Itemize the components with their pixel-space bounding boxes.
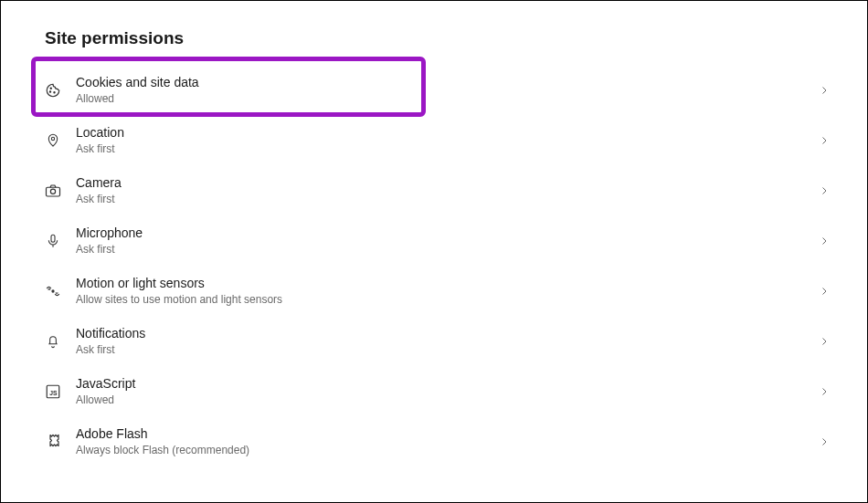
chevron-right-icon <box>818 235 831 247</box>
permission-status: Allowed <box>76 92 818 105</box>
permission-status: Ask first <box>76 243 818 256</box>
javascript-icon: JS <box>45 383 61 400</box>
permissions-list: Cookies and site data Allowed Location A… <box>1 65 867 466</box>
svg-point-5 <box>50 189 55 194</box>
cookie-icon <box>45 82 61 99</box>
chevron-right-icon <box>818 385 831 398</box>
chevron-right-icon <box>818 335 831 348</box>
permission-status: Allow sites to use motion and light sens… <box>76 293 818 306</box>
permission-label: Notifications <box>76 326 818 341</box>
bell-icon <box>45 333 61 350</box>
flash-icon <box>45 434 61 450</box>
svg-point-3 <box>51 137 54 140</box>
page-title: Site permissions <box>45 28 867 48</box>
svg-point-1 <box>49 90 50 91</box>
permission-status: Allowed <box>76 393 818 406</box>
chevron-right-icon <box>818 285 831 298</box>
permission-status: Ask first <box>76 343 818 356</box>
permission-status: Ask first <box>76 193 818 205</box>
svg-point-0 <box>50 88 51 89</box>
permission-label: Cookies and site data <box>76 75 818 89</box>
permission-label: Adobe Flash <box>76 426 818 441</box>
permission-label: Microphone <box>76 225 818 240</box>
svg-point-7 <box>52 290 54 292</box>
permission-status: Always block Flash (recommended) <box>76 444 818 456</box>
permission-label: Camera <box>76 175 818 190</box>
chevron-right-icon <box>818 184 831 197</box>
permission-item-flash[interactable]: Adobe Flash Always block Flash (recommen… <box>1 416 867 466</box>
permission-item-javascript[interactable]: JS JavaScript Allowed <box>1 366 867 416</box>
camera-icon <box>45 183 61 199</box>
chevron-right-icon <box>818 84 831 97</box>
motion-icon <box>45 283 61 299</box>
permission-item-cookies[interactable]: Cookies and site data Allowed <box>1 65 867 115</box>
permission-item-microphone[interactable]: Microphone Ask first <box>1 215 867 266</box>
permission-label: Location <box>76 125 818 140</box>
svg-rect-6 <box>51 235 55 242</box>
chevron-right-icon <box>818 134 831 147</box>
svg-text:JS: JS <box>49 389 58 395</box>
microphone-icon <box>45 233 61 249</box>
permission-item-motion[interactable]: Motion or light sensors Allow sites to u… <box>1 266 867 316</box>
chevron-right-icon <box>818 435 831 448</box>
location-icon <box>45 132 61 149</box>
permission-label: Motion or light sensors <box>76 276 818 290</box>
svg-point-2 <box>54 91 55 92</box>
permission-label: JavaScript <box>76 376 818 391</box>
permission-item-camera[interactable]: Camera Ask first <box>1 165 867 215</box>
permission-item-location[interactable]: Location Ask first <box>1 115 867 165</box>
permission-status: Ask first <box>76 142 818 155</box>
permission-item-notifications[interactable]: Notifications Ask first <box>1 316 867 366</box>
